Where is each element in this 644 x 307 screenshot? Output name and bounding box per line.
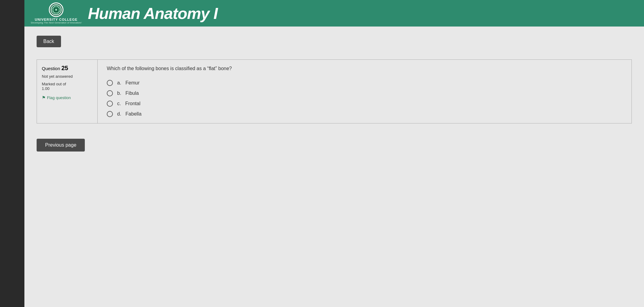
- flag-question-label: Flag question: [47, 95, 71, 100]
- answer-option-c[interactable]: c.Frontal: [107, 101, 622, 107]
- option-letter-a: a.: [117, 80, 121, 86]
- left-sidebar: [0, 0, 24, 307]
- option-letter-b: b.: [117, 91, 121, 96]
- question-info-box: Question 25 Not yet answered Marked out …: [37, 59, 98, 123]
- college-tagline: 'Developing The Next Generation of Innov…: [31, 21, 82, 24]
- answer-option-a[interactable]: a.Femur: [107, 80, 622, 86]
- header: UNIVERSITY COLLEGE 'Developing The Next …: [24, 0, 644, 27]
- question-status: Not yet answered: [42, 74, 92, 79]
- question-number: Question 25: [42, 65, 92, 72]
- radio-btn-a[interactable]: [107, 80, 113, 86]
- question-text: Which of the following bones is classifi…: [107, 66, 622, 71]
- option-text-d: Fabella: [125, 111, 141, 117]
- question-mark: Marked out of 1.00: [42, 82, 92, 91]
- option-text-a: Femur: [125, 80, 139, 86]
- question-body: Which of the following bones is classifi…: [98, 59, 632, 123]
- svg-point-3: [55, 9, 57, 11]
- marked-out-of-value: 1.00: [42, 86, 49, 91]
- logo-area: UNIVERSITY COLLEGE 'Developing The Next …: [31, 2, 82, 24]
- answer-option-d[interactable]: d.Fabella: [107, 111, 622, 117]
- radio-btn-b[interactable]: [107, 90, 113, 96]
- question-container: Question 25 Not yet answered Marked out …: [37, 59, 632, 123]
- main-content: UNIVERSITY COLLEGE 'Developing The Next …: [24, 0, 644, 307]
- marked-out-of-label: Marked out of: [42, 82, 66, 86]
- question-label: Question: [42, 66, 60, 71]
- previous-page-button[interactable]: Previous page: [37, 139, 85, 152]
- content-area: Back Question 25 Not yet answered Marked…: [24, 27, 644, 307]
- logo-circle: [49, 2, 63, 17]
- radio-btn-d[interactable]: [107, 111, 113, 117]
- back-button[interactable]: Back: [37, 36, 61, 47]
- radio-btn-c[interactable]: [107, 101, 113, 107]
- option-letter-c: c.: [117, 101, 121, 106]
- flag-question-button[interactable]: ⚑ Flag question: [42, 95, 92, 100]
- question-number-value: 25: [61, 65, 68, 71]
- option-text-b: Fibula: [125, 91, 139, 96]
- option-letter-d: d.: [117, 111, 121, 117]
- answer-option-b[interactable]: b.Fibula: [107, 90, 622, 96]
- flag-icon: ⚑: [42, 95, 46, 100]
- answer-options: a.Femurb.Fibulac.Frontald.Fabella: [107, 80, 622, 117]
- college-name: UNIVERSITY COLLEGE: [35, 18, 77, 21]
- option-text-c: Frontal: [125, 101, 140, 106]
- course-title: Human Anatomy I: [88, 4, 218, 23]
